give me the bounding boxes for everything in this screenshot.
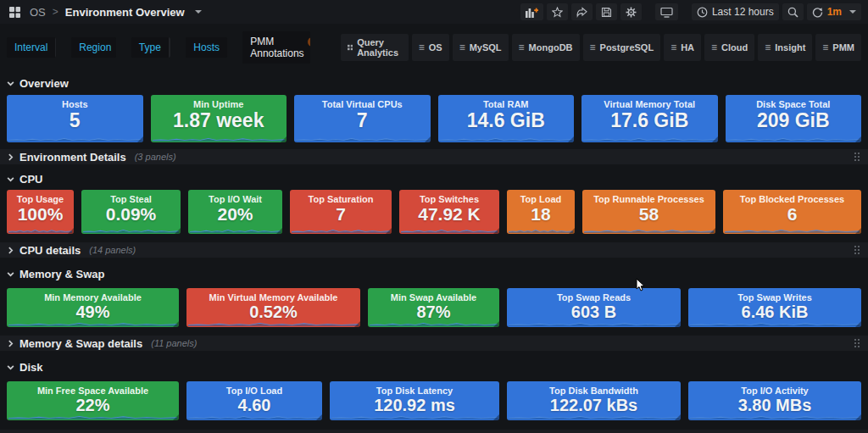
chevron-down-icon: [7, 80, 14, 87]
row-header-memory-swap[interactable]: Memory & Swap: [7, 266, 861, 281]
row-drag-handle[interactable]: [854, 152, 861, 162]
time-range-label: Last 12 hours: [712, 6, 774, 18]
row-environment-details[interactable]: Environment Details (3 panels): [0, 149, 868, 164]
pmm-annotations-control: PMM Annotations: [242, 31, 310, 64]
stat-panel-min-swap-available[interactable]: Min Swap Available 87%: [368, 288, 499, 327]
panel-resize-handle[interactable]: [276, 228, 282, 234]
row-header-cpu[interactable]: CPU: [7, 171, 861, 186]
stat-panel-top-runnable-processes[interactable]: Top Runnable Processes 58: [582, 190, 715, 234]
panel-resize-handle[interactable]: [855, 321, 861, 327]
link-query-analytics[interactable]: Query Analytics: [341, 34, 409, 61]
panel-resize-handle[interactable]: [173, 321, 179, 327]
row-disk-details[interactable]: Disk details (8 panels): [0, 430, 868, 433]
stat-panel-min-memory-available[interactable]: Min Memory Available 49%: [7, 288, 179, 327]
panel-resize-handle[interactable]: [175, 228, 181, 234]
stat-panel-total-ram[interactable]: Total RAM 14.6 GiB: [438, 95, 575, 142]
panel-value: 49%: [75, 303, 109, 321]
link-postgresql[interactable]: ≡PostgreSQL: [583, 34, 661, 61]
filter-interval-value[interactable]: auto: [55, 37, 56, 58]
cycle-view-monitor-button[interactable]: [655, 3, 678, 20]
panel-resize-handle[interactable]: [568, 136, 574, 142]
link-ha[interactable]: ≡HA: [664, 34, 701, 61]
panel-resize-handle[interactable]: [316, 414, 322, 420]
stat-panel-min-free-space-available[interactable]: Min Free Space Available 22%: [7, 381, 179, 420]
stat-panel-top-usage[interactable]: Top Usage 100%: [7, 190, 74, 234]
panel-resize-handle[interactable]: [855, 414, 861, 420]
dashboards-grid-icon[interactable]: [7, 4, 23, 20]
panel-resize-handle[interactable]: [855, 228, 861, 234]
panel-resize-handle[interactable]: [712, 136, 718, 142]
stat-panel-virtual-memory-total[interactable]: Virtual Memory Total 17.6 GiB: [581, 95, 718, 142]
panel-resize-handle[interactable]: [281, 136, 287, 142]
panel-resize-handle[interactable]: [675, 321, 681, 327]
link-os[interactable]: ≡OS: [412, 34, 449, 61]
row-header-disk[interactable]: Disk: [7, 359, 861, 375]
menu-icon: ≡: [670, 43, 676, 52]
panel-title: Min Uptime: [193, 99, 243, 109]
filter-type-value[interactable]: All: [169, 37, 171, 58]
stat-panel-top-disk-latency[interactable]: Top Disk Latency 120.92 ms: [330, 381, 499, 420]
stat-panel-top-io-wait[interactable]: Top I/O Wait 20%: [188, 190, 282, 234]
save-button[interactable]: [596, 3, 617, 20]
link-pmm[interactable]: ≡PMM: [815, 34, 861, 61]
stat-panel-top-blocked-processes[interactable]: Top Blocked Processes 6: [723, 190, 861, 234]
panel-resize-handle[interactable]: [137, 136, 143, 142]
zoom-out-button[interactable]: [782, 3, 804, 20]
breadcrumb-app[interactable]: OS: [30, 6, 46, 19]
panel-title: Disk Space Total: [756, 99, 830, 109]
row-memory-swap-details[interactable]: Memory & Swap details (11 panels): [0, 336, 868, 351]
stat-panel-top-load[interactable]: Top Load 18: [507, 190, 575, 234]
row-drag-handle[interactable]: [854, 338, 861, 348]
panel-title: Top I/O Activity: [741, 386, 808, 396]
panel-resize-handle[interactable]: [675, 414, 681, 420]
link-mongodb[interactable]: ≡MongoDB: [512, 34, 580, 61]
panel-resize-handle[interactable]: [855, 136, 861, 142]
sparkline: [8, 226, 72, 233]
share-button[interactable]: [571, 3, 593, 20]
panel-resize-handle[interactable]: [386, 228, 392, 234]
star-button[interactable]: [547, 3, 568, 20]
stat-panel-top-io-load[interactable]: Top I/O Load 4.60: [186, 381, 322, 420]
stat-panel-top-swap-writes[interactable]: Top Swap Writes 6.46 KiB: [688, 288, 861, 327]
panel-value: 3.80 MBs: [738, 397, 812, 414]
panel-resize-handle[interactable]: [493, 228, 499, 234]
panel-resize-handle[interactable]: [173, 414, 179, 420]
panel-value: 14.6 GiB: [467, 110, 545, 130]
panel-resize-handle[interactable]: [425, 136, 431, 142]
stat-panel-total-virtual-cpus[interactable]: Total Virtual CPUs 7: [294, 95, 431, 142]
panel-resize-handle[interactable]: [709, 228, 715, 234]
panel-title: Top I/O Wait: [209, 194, 262, 204]
refresh-picker[interactable]: 1m: [807, 3, 861, 20]
stat-panel-top-disk-bandwidth[interactable]: Top Disk Bandwidth 122.07 kBs: [507, 381, 681, 420]
link-mysql[interactable]: ≡MySQL: [453, 34, 509, 61]
dashboard-dropdown-caret[interactable]: [195, 10, 202, 14]
stat-panel-min-virtual-memory-available[interactable]: Min Virtual Memory Available 0.52%: [186, 288, 360, 327]
panel-resize-handle[interactable]: [354, 321, 360, 327]
panel-resize-handle[interactable]: [68, 228, 74, 234]
time-range-picker[interactable]: Last 12 hours: [692, 3, 779, 20]
row-header-overview[interactable]: Overview: [7, 75, 861, 91]
stat-panel-top-swap-reads[interactable]: Top Swap Reads 603 B: [507, 288, 681, 327]
chevron-down-icon: [7, 270, 14, 278]
panel-value: 6.46 KiB: [742, 303, 809, 321]
row-cpu-details[interactable]: CPU details (14 panels): [0, 242, 868, 258]
stat-panel-top-io-activity[interactable]: Top I/O Activity 3.80 MBs: [688, 381, 861, 420]
link-insight[interactable]: ≡Insight: [758, 34, 812, 61]
stat-panel-top-switches[interactable]: Top Switches 47.92 K: [399, 190, 499, 234]
stat-panel-min-uptime[interactable]: Min Uptime 1.87 week: [151, 95, 287, 142]
panel-resize-handle[interactable]: [493, 321, 499, 327]
row-drag-handle[interactable]: [854, 245, 861, 255]
stat-panel-top-saturation[interactable]: Top Saturation 7: [290, 190, 392, 234]
link-cloud[interactable]: ≡Cloud: [704, 34, 754, 61]
sparkline: [8, 319, 177, 326]
add-panel-button[interactable]: [520, 3, 543, 20]
settings-gear-button[interactable]: [620, 3, 642, 20]
panel-title: Top Disk Bandwidth: [549, 386, 638, 396]
panel-resize-handle[interactable]: [569, 228, 575, 234]
dashboard-title[interactable]: Environment Overview: [65, 6, 185, 19]
panel-resize-handle[interactable]: [493, 414, 499, 420]
menu-icon: ≡: [459, 43, 465, 52]
stat-panel-disk-space-total[interactable]: Disk Space Total 209 GiB: [726, 95, 862, 142]
stat-panel-hosts[interactable]: Hosts 5: [7, 95, 143, 142]
stat-panel-top-steal[interactable]: Top Steal 0.09%: [81, 190, 181, 234]
